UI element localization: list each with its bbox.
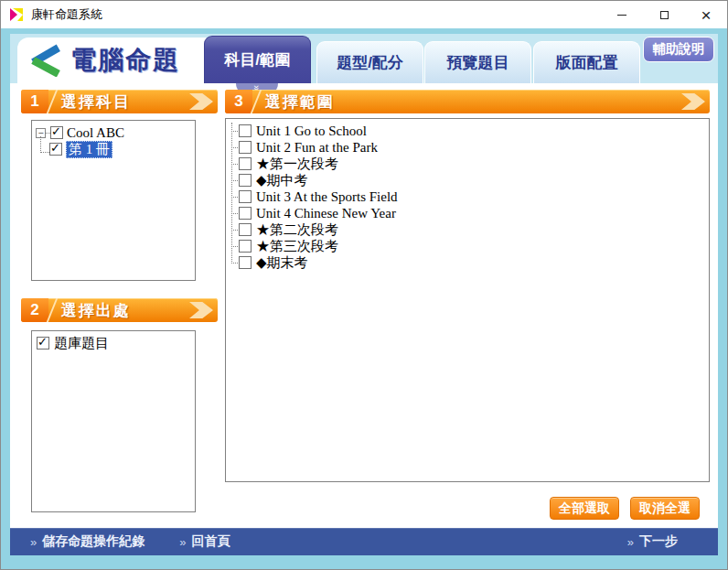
range-item[interactable]: ◆期中考 (231, 172, 703, 188)
chevron-right-icon: » (179, 535, 186, 549)
checkbox[interactable] (239, 240, 252, 253)
checkbox[interactable] (239, 190, 252, 203)
section-title: 選擇科目 (61, 91, 131, 113)
section-source-banner: 2 選擇出處 (21, 298, 218, 322)
tree-connector (231, 197, 238, 198)
source-panel: 題庫題目 (31, 330, 196, 512)
tab-label: 題型/配分 (337, 52, 403, 73)
window-controls: × (601, 1, 727, 28)
maximize-icon (660, 11, 669, 19)
range-list: Unit 1 Go to SchoolUnit 2 Fun at the Par… (231, 123, 703, 271)
source-item[interactable]: 題庫題目 (37, 335, 193, 351)
checkbox-child[interactable] (49, 143, 62, 156)
range-item-label: Unit 2 Fun at the Park (256, 140, 378, 156)
range-item-label: ★第一次段考 (256, 156, 338, 173)
range-item-label: ★第二次段考 (256, 221, 338, 239)
tree-connector (231, 164, 238, 165)
range-item[interactable]: ★第三次段考 (231, 238, 703, 254)
checkbox-root[interactable] (50, 126, 63, 139)
maximize-button[interactable] (643, 1, 685, 28)
range-item[interactable]: ★第二次段考 (231, 221, 703, 238)
tree-connector (40, 136, 49, 153)
source-item-label: 題庫題目 (54, 335, 109, 352)
arrow-right-icon (189, 302, 213, 318)
tab-layout[interactable]: 版面配置 (533, 41, 640, 83)
chevron-right-icon: » (30, 535, 37, 549)
chevron-right-icon: » (627, 535, 634, 549)
save-record-link[interactable]: » 儲存命題操作紀錄 (30, 533, 145, 550)
tree-root-label: Cool ABC (67, 125, 124, 141)
select-all-button[interactable]: 全部選取 (550, 497, 619, 520)
title-bar: 康軒命題系統 × (1, 1, 727, 28)
tab-preview-questions[interactable]: 預覽題目 (424, 41, 531, 83)
home-label: 回首頁 (191, 533, 230, 550)
range-item[interactable]: Unit 1 Go to School (231, 123, 703, 139)
checkbox[interactable] (239, 223, 252, 236)
subject-tree-panel: − Cool ABC 第 1 冊 (31, 120, 196, 281)
help-button[interactable]: 輔助說明 (643, 37, 714, 62)
tree-connector (231, 246, 238, 247)
tab-subject-range[interactable]: 科目/範圍 (204, 36, 311, 83)
window-frame: 電腦命題 科目/範圍 題型/配分 預覽題目 版面配置 輔助說明 » 1 選擇科目 (1, 28, 727, 569)
section-subject-banner: 1 選擇科目 (21, 90, 218, 113)
range-item-label: ★第三次段考 (256, 238, 338, 255)
range-item-label: Unit 4 Chinese New Year (256, 206, 396, 221)
range-item[interactable]: Unit 2 Fun at the Park (231, 139, 703, 156)
minimize-button[interactable] (601, 1, 643, 28)
minimize-icon (617, 15, 626, 16)
arrow-right-icon (681, 93, 705, 110)
range-item-label: ◆期中考 (256, 172, 308, 189)
section-title: 選擇範圍 (265, 91, 335, 113)
checkbox[interactable] (239, 174, 252, 187)
checkbox[interactable] (239, 256, 252, 269)
tab-label: 預覽題目 (447, 52, 509, 73)
tree-connector (231, 213, 238, 214)
main-content: » 1 選擇科目 − Cool ABC (10, 83, 718, 528)
range-item[interactable]: Unit 4 Chinese New Year (231, 205, 703, 221)
next-step-label: 下一步 (639, 533, 678, 550)
next-step-button[interactable]: » 下一步 (627, 533, 678, 550)
brand-k-icon (28, 44, 61, 77)
tab-label: 科目/範圍 (224, 49, 291, 70)
save-record-label: 儲存命題操作紀錄 (42, 533, 145, 550)
tree-node-root[interactable]: − Cool ABC (34, 124, 193, 141)
app-window: 康軒命題系統 × 電腦命題 科目/範圍 題型/配分 預覽題目 (0, 0, 728, 570)
tab-question-types[interactable]: 題型/配分 (316, 41, 423, 83)
footer-bar: » 儲存命題操作紀錄 » 回首頁 » 下一步 (10, 528, 718, 555)
range-panel: Unit 1 Go to SchoolUnit 2 Fun at the Par… (225, 118, 710, 482)
step-number: 2 (21, 298, 48, 322)
tree-connector (231, 180, 238, 181)
window-title: 康軒命題系統 (31, 6, 102, 23)
section-title: 選擇出處 (61, 300, 131, 321)
tree-node-child[interactable]: 第 1 冊 (34, 141, 193, 157)
checkbox[interactable] (239, 124, 252, 137)
checkbox[interactable] (239, 207, 252, 220)
checkbox[interactable] (239, 157, 252, 170)
checkbox[interactable] (239, 141, 252, 154)
tree-connector (231, 230, 238, 231)
range-item[interactable]: ★第一次段考 (231, 156, 703, 172)
close-button[interactable]: × (685, 1, 727, 28)
tree-connector (231, 131, 238, 132)
range-item[interactable]: ◆期末考 (231, 254, 703, 271)
range-item-label: Unit 3 At the Sports Field (256, 189, 398, 205)
tree-child-label-selected: 第 1 冊 (66, 141, 112, 158)
range-item-label: ◆期末考 (256, 254, 308, 272)
app-icon (9, 7, 24, 22)
deselect-all-button[interactable]: 取消全選 (630, 497, 700, 520)
close-icon: × (701, 6, 711, 24)
tree-connector (231, 263, 238, 263)
header: 電腦命題 科目/範圍 題型/配分 預覽題目 版面配置 輔助說明 (10, 34, 718, 83)
section-range-banner: 3 選擇範圍 (225, 90, 710, 113)
step-number: 3 (225, 90, 252, 113)
checkbox-source[interactable] (37, 337, 49, 350)
tab-label: 版面配置 (556, 52, 618, 73)
step-number: 1 (21, 90, 48, 113)
range-item-label: Unit 1 Go to School (256, 124, 367, 139)
tree-connector (231, 147, 238, 148)
arrow-right-icon (189, 93, 213, 110)
home-link[interactable]: » 回首頁 (179, 533, 230, 550)
page-title: 電腦命題 (70, 43, 180, 78)
range-item[interactable]: Unit 3 At the Sports Field (231, 188, 703, 205)
logo-panel: 電腦命題 (17, 38, 217, 83)
